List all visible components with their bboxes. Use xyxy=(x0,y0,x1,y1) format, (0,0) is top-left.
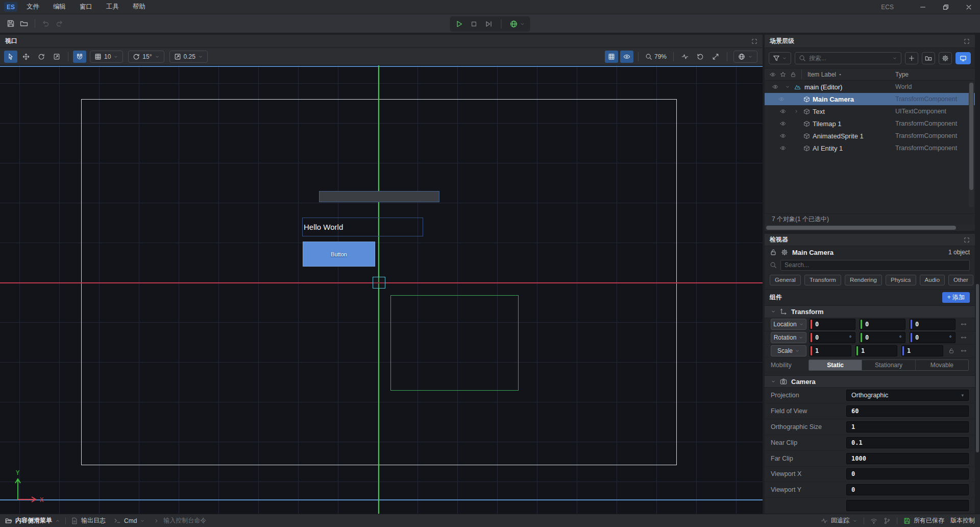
content-drawer-button[interactable]: 内容侧滑菜单 xyxy=(5,516,60,525)
zoom-indicator[interactable]: 79% xyxy=(643,51,669,63)
type-column-header[interactable]: Type xyxy=(895,71,909,78)
add-component-button[interactable]: + 添加 xyxy=(942,292,970,303)
snap-toggle-button[interactable] xyxy=(73,51,86,63)
filter-dropdown[interactable] xyxy=(769,52,791,64)
fit-view-button[interactable] xyxy=(709,51,722,63)
maximize-button[interactable] xyxy=(934,0,957,14)
inspector-vscrollbar[interactable] xyxy=(975,35,980,514)
rotation-dropdown[interactable]: Rotation xyxy=(771,332,806,343)
scene-entity-rect[interactable] xyxy=(390,295,519,391)
world-dropdown[interactable] xyxy=(733,51,757,63)
eye-icon[interactable] xyxy=(780,108,786,114)
scale-link-toggle[interactable] xyxy=(959,348,969,354)
viewport-x-input[interactable]: 0 xyxy=(846,468,969,480)
hierarchy-vscrollbar[interactable] xyxy=(969,82,974,207)
add-entity-button[interactable] xyxy=(905,52,918,64)
location-dropdown[interactable]: Location xyxy=(771,319,806,330)
scale-x-input[interactable]: 1 xyxy=(810,345,851,356)
eye-icon[interactable] xyxy=(778,96,785,102)
viewport-sync-button[interactable] xyxy=(955,52,971,64)
select-tool-button[interactable] xyxy=(4,51,17,63)
vscrollbar-thumb[interactable] xyxy=(969,83,973,190)
source-control-branch-button[interactable] xyxy=(884,517,891,524)
location-x-input[interactable]: 0 xyxy=(810,319,855,330)
scene-panel-widget[interactable] xyxy=(319,191,439,202)
eye-icon[interactable] xyxy=(780,133,786,139)
gear-icon[interactable] xyxy=(781,249,788,256)
scale-lock-toggle[interactable] xyxy=(946,348,957,354)
viewport-canvas[interactable]: Hello World Button Y X xyxy=(0,65,763,514)
lock-column-icon[interactable] xyxy=(790,71,796,78)
trace-dropdown[interactable]: 回追踪 xyxy=(821,516,857,525)
menu-file[interactable]: 文件 xyxy=(27,3,39,11)
rotation-x-input[interactable]: 0° xyxy=(810,332,855,343)
grid-snap-dropdown[interactable]: 10 xyxy=(90,51,123,63)
undo-button[interactable] xyxy=(39,17,53,30)
close-button[interactable] xyxy=(957,0,980,14)
rotate-tool-button[interactable] xyxy=(35,51,48,63)
viewport-expand-button[interactable] xyxy=(751,38,757,44)
stop-button[interactable] xyxy=(471,20,478,28)
menu-edit[interactable]: 编辑 xyxy=(53,3,66,11)
hierarchy-row-world[interactable]: main (Editor) World xyxy=(765,81,975,93)
network-status-button[interactable] xyxy=(870,517,877,524)
ortho-size-input[interactable]: 1 xyxy=(846,421,969,433)
console-command-input[interactable]: 输入控制台命令 xyxy=(154,516,206,525)
hierarchy-row-ai-entity[interactable]: AI Entity 1 TransformComponent xyxy=(765,142,975,154)
star-column-icon[interactable] xyxy=(780,71,786,78)
hierarchy-expand-button[interactable] xyxy=(964,38,970,44)
tab-other[interactable]: Other xyxy=(948,275,973,285)
menu-help[interactable]: 帮助 xyxy=(133,3,145,11)
selected-camera-origin[interactable] xyxy=(373,277,385,289)
chevron-down-icon[interactable] xyxy=(785,84,790,89)
camera-section-header[interactable]: Camera xyxy=(765,375,975,388)
hscrollbar-thumb[interactable] xyxy=(766,226,956,230)
scale-y-input[interactable]: 1 xyxy=(855,345,897,356)
viewport-y-input[interactable]: 0 xyxy=(846,484,969,495)
label-column-header[interactable]: Item Label xyxy=(807,71,843,78)
location-z-input[interactable]: 0 xyxy=(910,319,955,330)
version-control-button[interactable]: 版本控制 xyxy=(950,516,975,525)
tab-rendering[interactable]: Rendering xyxy=(845,275,882,285)
inspector-scroll-thumb[interactable] xyxy=(976,284,979,452)
minimize-button[interactable] xyxy=(911,0,934,14)
tab-audio[interactable]: Audio xyxy=(920,275,945,285)
hierarchy-search-input[interactable] xyxy=(809,55,889,62)
location-link-toggle[interactable] xyxy=(959,321,969,327)
chevron-right-icon[interactable] xyxy=(794,109,799,114)
hierarchy-settings-button[interactable] xyxy=(939,52,952,64)
menu-tools[interactable]: 工具 xyxy=(106,3,119,11)
stats-button[interactable] xyxy=(678,51,692,63)
scale-snap-dropdown[interactable]: 0.25 xyxy=(169,51,208,63)
rotation-y-input[interactable]: 0° xyxy=(860,332,905,343)
hierarchy-row-animatedsprite[interactable]: AnimatedSprite 1 TransformComponent xyxy=(765,130,975,142)
app-logo[interactable]: ES xyxy=(4,2,17,12)
save-status[interactable]: 所有已保存 xyxy=(903,516,944,525)
scale-dropdown[interactable]: Scale xyxy=(771,345,806,356)
scale-tool-button[interactable] xyxy=(50,51,63,63)
location-y-input[interactable]: 0 xyxy=(860,319,905,330)
rotation-link-toggle[interactable] xyxy=(959,334,969,341)
scene-text-widget[interactable]: Hello World xyxy=(302,218,423,236)
open-project-button[interactable] xyxy=(17,17,31,30)
eye-icon[interactable] xyxy=(772,84,778,90)
redo-button[interactable] xyxy=(53,17,66,30)
eye-icon[interactable] xyxy=(780,121,786,127)
hierarchy-row-tilemap[interactable]: Tilemap 1 TransformComponent xyxy=(765,117,975,130)
hierarchy-row-main-camera[interactable]: Main Camera TransformComponent xyxy=(765,93,975,105)
scale-z-input[interactable]: 1 xyxy=(901,345,943,356)
save-button[interactable] xyxy=(4,17,17,30)
far-clip-input[interactable]: 1000 xyxy=(846,453,969,464)
rotation-z-input[interactable]: 0° xyxy=(910,332,955,343)
new-folder-button[interactable] xyxy=(922,52,935,64)
near-clip-input[interactable]: 0.1 xyxy=(846,437,969,448)
rotation-snap-dropdown[interactable]: 15° xyxy=(128,51,164,63)
hierarchy-hscrollbar[interactable] xyxy=(765,225,975,231)
mobility-movable[interactable]: Movable xyxy=(915,360,968,370)
mobility-static[interactable]: Static xyxy=(809,360,862,370)
inspector-expand-button[interactable] xyxy=(964,237,970,243)
output-log-button[interactable]: 输出日志 xyxy=(71,516,106,525)
lock-open-icon[interactable] xyxy=(770,249,777,256)
fov-input[interactable]: 60 xyxy=(846,405,969,417)
show-grid-button[interactable] xyxy=(605,51,618,63)
